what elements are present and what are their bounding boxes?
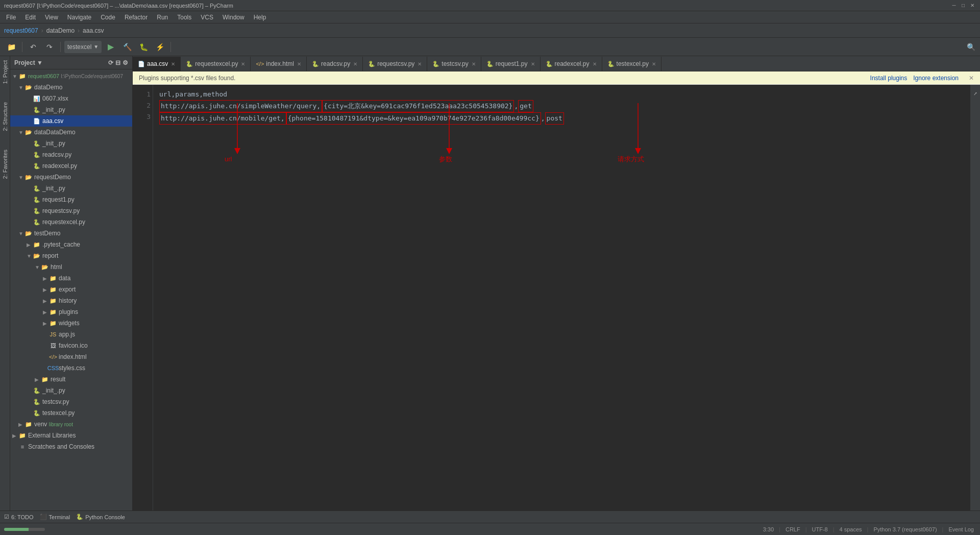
tree-item-init-py-1[interactable]: 🐍 _init_.py bbox=[10, 104, 132, 115]
breadcrumb-folder[interactable]: dataDemo bbox=[46, 27, 75, 34]
project-icon-btn[interactable]: 📁 bbox=[4, 40, 18, 54]
tab-close-testcsv[interactable]: ✕ bbox=[472, 61, 476, 67]
tab-close-index[interactable]: ✕ bbox=[297, 61, 301, 67]
tree-item-datadatademo[interactable]: ▼ 📂 dataDataDemo bbox=[10, 127, 132, 138]
tree-item-data[interactable]: ▶ 📁 data bbox=[10, 273, 132, 284]
debug-button[interactable]: 🐛 bbox=[136, 40, 151, 54]
tab-close-requestexcel[interactable]: ✕ bbox=[241, 61, 245, 67]
run-button[interactable]: ▶ bbox=[104, 40, 118, 54]
tab-request1[interactable]: 🐍 request1.py ✕ bbox=[481, 57, 541, 71]
build-button[interactable]: 🔨 bbox=[120, 40, 134, 54]
tree-item-appjs[interactable]: JS app.js bbox=[10, 329, 132, 340]
tab-readcsv[interactable]: 🐍 readcsv.py ✕ bbox=[307, 57, 363, 71]
install-plugins-link[interactable]: Install plugins bbox=[870, 75, 908, 82]
menu-file[interactable]: File bbox=[2, 13, 20, 22]
tree-item-aaa-csv[interactable]: 📄 aaa.csv bbox=[10, 115, 132, 127]
structure-vtab[interactable]: 2: Structure bbox=[1, 98, 10, 135]
tab-close-requestcsv[interactable]: ✕ bbox=[418, 61, 422, 67]
tab-index-html[interactable]: </> index.html ✕ bbox=[251, 57, 307, 71]
header-icon-settings[interactable]: ⚙ bbox=[122, 59, 128, 66]
status-crlf[interactable]: CRLF bbox=[783, 526, 802, 532]
editor-content[interactable]: 1 2 3 url,params,method http://apis.juhe… bbox=[133, 85, 980, 510]
tree-item-init-py-4[interactable]: 🐍 _init_.py bbox=[10, 385, 132, 396]
tree-item-datademo[interactable]: ▼ 📂 dataDemo bbox=[10, 82, 132, 93]
python-console-item[interactable]: 🐍 Python Console bbox=[76, 514, 125, 520]
tree-item-pytest-cache[interactable]: ▶ 📁 .pytest_cache bbox=[10, 239, 132, 250]
tree-item-favicon[interactable]: 🖼 favicon.ico bbox=[10, 340, 132, 351]
tree-item-report[interactable]: ▼ 📂 report bbox=[10, 250, 132, 261]
tree-item-result[interactable]: ▶ 📁 result bbox=[10, 374, 132, 385]
menu-code[interactable]: Code bbox=[96, 13, 119, 22]
tree-item-xlsx[interactable]: 📊 0607.xlsx bbox=[10, 93, 132, 104]
tree-item-readcsv[interactable]: 🐍 readcsv.py bbox=[10, 149, 132, 160]
menu-window[interactable]: Window bbox=[218, 13, 249, 22]
status-event-log[interactable]: Event Log bbox=[946, 526, 976, 532]
header-icon-sync[interactable]: ⟳ bbox=[108, 59, 113, 66]
close-button[interactable]: ✕ bbox=[969, 2, 976, 9]
tab-requestexcel[interactable]: 🐍 requestexcel.py ✕ bbox=[181, 57, 251, 71]
tree-item-widgets[interactable]: ▶ 📁 widgets bbox=[10, 318, 132, 329]
terminal-item[interactable]: ⬛ Terminal bbox=[40, 514, 70, 520]
tree-item-indexhtml[interactable]: </> index.html bbox=[10, 351, 132, 362]
menu-refactor[interactable]: Refactor bbox=[120, 13, 152, 22]
project-vtab[interactable]: 1: Project bbox=[1, 56, 10, 88]
status-indent[interactable]: 4 spaces bbox=[838, 526, 864, 532]
tree-item-plugins[interactable]: ▶ 📁 plugins bbox=[10, 306, 132, 318]
tab-close-readcsv[interactable]: ✕ bbox=[353, 61, 357, 67]
tree-item-requestdemo[interactable]: ▼ 📂 requestDemo bbox=[10, 172, 132, 183]
tab-readexcel[interactable]: 🐍 readexcel.py ✕ bbox=[541, 57, 602, 71]
menu-edit[interactable]: Edit bbox=[21, 13, 40, 22]
status-python[interactable]: Python 3.7 (request0607) bbox=[871, 526, 939, 532]
plugin-bar-close[interactable]: ✕ bbox=[969, 75, 974, 82]
undo-button[interactable]: ↶ bbox=[26, 40, 40, 54]
todo-item[interactable]: ☑ 6: TODO bbox=[4, 514, 34, 520]
tree-item-init-py-3[interactable]: 🐍 _init_.py bbox=[10, 183, 132, 194]
code-area[interactable]: url,params,method http://apis.juhe.cn/si… bbox=[153, 85, 970, 510]
status-encoding[interactable]: UTF-8 bbox=[810, 526, 830, 532]
right-vtab[interactable]: ✓ bbox=[971, 87, 979, 101]
tab-testexcel[interactable]: 🐍 testexcel.py ✕ bbox=[602, 57, 662, 71]
menu-navigate[interactable]: Navigate bbox=[63, 13, 95, 22]
header-icon-collapse[interactable]: ⊟ bbox=[115, 59, 120, 66]
tab-requestcsv[interactable]: 🐍 requestcsv.py ✕ bbox=[363, 57, 427, 71]
run-config-name[interactable]: testexcel bbox=[67, 43, 91, 51]
tab-close-request1[interactable]: ✕ bbox=[531, 61, 535, 67]
tab-close-testexcel[interactable]: ✕ bbox=[652, 61, 656, 67]
tree-item-history[interactable]: ▶ 📁 history bbox=[10, 295, 132, 306]
maximize-button[interactable]: □ bbox=[960, 2, 967, 9]
tree-item-venv[interactable]: ▶ 📁 venv library root bbox=[10, 419, 132, 430]
tab-close-aaa-csv[interactable]: ✕ bbox=[171, 61, 175, 67]
tree-item-external-libs[interactable]: ▶ 📁 External Libraries bbox=[10, 430, 132, 441]
redo-button[interactable]: ↷ bbox=[42, 40, 57, 54]
breadcrumb-root[interactable]: request0607 bbox=[4, 27, 38, 34]
tab-close-readexcel[interactable]: ✕ bbox=[593, 61, 597, 67]
menu-vcs[interactable]: VCS bbox=[197, 13, 217, 22]
favorites-vtab[interactable]: 2: Favorites bbox=[1, 145, 10, 183]
tree-item-scratches[interactable]: ≡ Scratches and Consoles bbox=[10, 441, 132, 452]
tree-item-root[interactable]: ▼ 📁 request0607 I:\PythonCode\request060… bbox=[10, 70, 132, 82]
search-button[interactable]: 🔍 bbox=[966, 42, 976, 52]
menu-view[interactable]: View bbox=[41, 13, 62, 22]
tree-item-request1[interactable]: 🐍 request1.py bbox=[10, 194, 132, 205]
tree-item-testexcel[interactable]: 🐍 testexcel.py bbox=[10, 407, 132, 419]
menu-help[interactable]: Help bbox=[250, 13, 271, 22]
tree-item-init-py-2[interactable]: 🐍 _init_.py bbox=[10, 138, 132, 149]
tree-item-testcsv[interactable]: 🐍 testcsv.py bbox=[10, 396, 132, 407]
run-config-dropdown-icon[interactable]: ▼ bbox=[93, 44, 99, 50]
tree-item-html[interactable]: ▼ 📂 html bbox=[10, 261, 132, 273]
menu-tools[interactable]: Tools bbox=[173, 13, 195, 22]
status-position[interactable]: 3:30 bbox=[761, 526, 776, 532]
tree-item-export[interactable]: ▶ 📁 export bbox=[10, 284, 132, 295]
tree-item-readexcel[interactable]: 🐍 readexcel.py bbox=[10, 160, 132, 172]
menu-run[interactable]: Run bbox=[153, 13, 172, 22]
tree-item-requestcsv[interactable]: 🐍 requestcsv.py bbox=[10, 205, 132, 216]
tab-testcsv[interactable]: 🐍 testcsv.py ✕ bbox=[427, 57, 481, 71]
tab-aaa-csv[interactable]: 📄 aaa.csv ✕ bbox=[133, 57, 181, 71]
breadcrumb-file[interactable]: aaa.csv bbox=[83, 27, 104, 34]
tree-item-requestexcel[interactable]: 🐍 requestexcel.py bbox=[10, 216, 132, 228]
coverage-button[interactable]: ⚡ bbox=[153, 40, 167, 54]
tree-item-testdemo[interactable]: ▼ 📂 testDemo bbox=[10, 228, 132, 239]
tree-item-stylescss[interactable]: CSS styles.css bbox=[10, 362, 132, 374]
ignore-extension-link[interactable]: Ignore extension bbox=[913, 75, 959, 82]
minimize-button[interactable]: ─ bbox=[950, 2, 958, 9]
